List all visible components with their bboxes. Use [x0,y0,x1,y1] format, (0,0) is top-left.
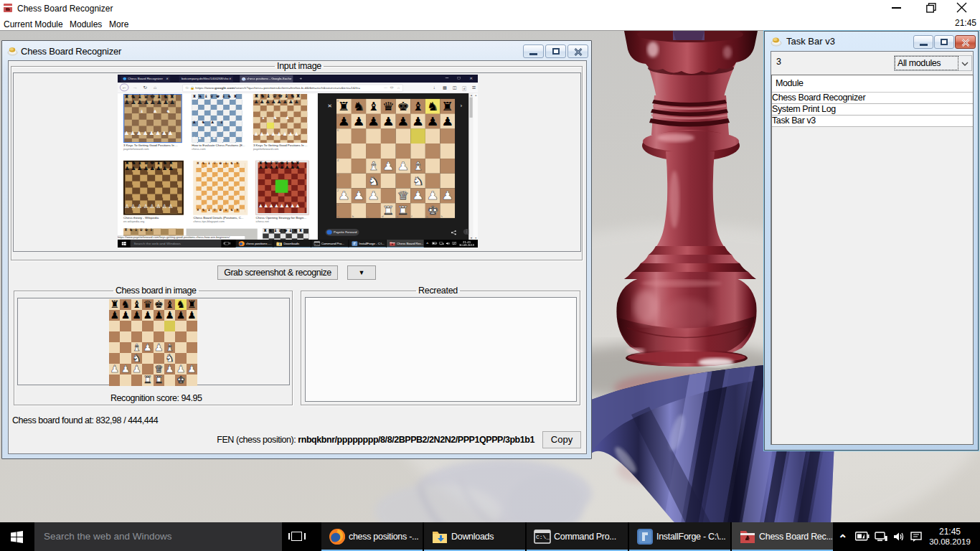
svg-text:C:\_: C:\_ [315,242,320,245]
svg-text:C:\_: C:\_ [536,534,550,540]
